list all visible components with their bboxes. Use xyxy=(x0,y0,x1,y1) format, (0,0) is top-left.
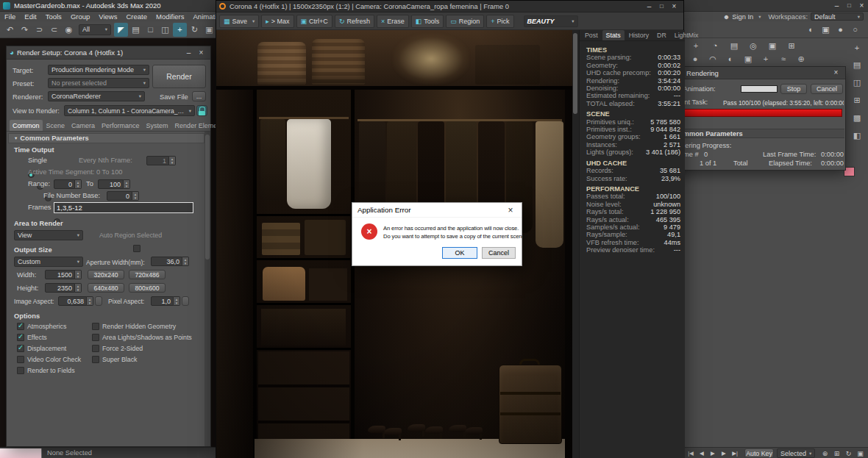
space-warps-icon[interactable]: ≈ xyxy=(776,53,791,65)
maxscript-mini-listener[interactable] xyxy=(0,448,42,458)
option-checkbox[interactable] xyxy=(92,323,99,330)
lights-icon[interactable]: ◐ xyxy=(723,53,738,65)
close-button[interactable] xyxy=(499,203,522,218)
size-preset-select[interactable]: Custom xyxy=(14,257,83,267)
render-button[interactable]: Render xyxy=(152,65,206,88)
window-crossing-icon[interactable]: ◫ xyxy=(158,23,172,37)
maximize-button[interactable] xyxy=(655,0,668,12)
selection-filter-select[interactable]: All xyxy=(79,24,111,35)
minimize-button[interactable] xyxy=(182,47,195,59)
menu-item[interactable]: Views xyxy=(94,12,121,21)
menu-item[interactable]: File xyxy=(0,12,20,21)
range-to-spinner[interactable]: 100 xyxy=(98,179,130,189)
tab[interactable]: Scene xyxy=(43,120,68,131)
target-select[interactable]: Production Rendering Mode xyxy=(48,65,149,75)
stats-tab[interactable]: LightMix xyxy=(671,30,702,40)
minimize-button[interactable] xyxy=(643,1,655,12)
option-checkbox[interactable] xyxy=(17,334,24,341)
rendered-frame-window-icon[interactable]: ▣ xyxy=(819,23,833,37)
pixel-aspect-spinner[interactable]: 1,0 xyxy=(151,296,180,306)
cameras-icon[interactable]: ▣ xyxy=(741,53,755,65)
modify-tab-icon[interactable]: ◔ xyxy=(707,40,723,51)
stats-tab[interactable]: DR xyxy=(653,30,670,40)
close-button[interactable] xyxy=(830,67,842,79)
panel-icon-5[interactable]: ▩ xyxy=(850,112,864,124)
scrollbar-thumb[interactable] xyxy=(205,135,210,260)
render-production-icon[interactable]: ● xyxy=(833,23,847,37)
geometry-icon[interactable]: ● xyxy=(688,53,702,65)
image-aspect-lock-button[interactable] xyxy=(95,296,102,306)
panel-icon-1[interactable]: + xyxy=(850,41,864,54)
play-icon[interactable]: ▶ xyxy=(708,448,718,458)
minimize-button[interactable] xyxy=(830,0,843,12)
viewport-select[interactable]: Column 1, Column 1 - CoronaCamera_ropa f… xyxy=(64,105,195,116)
stats-tab[interactable]: Stats xyxy=(602,30,625,40)
common-parameters-rollout[interactable]: Common Parameters xyxy=(663,129,844,138)
select-and-move-icon[interactable]: + xyxy=(173,23,187,37)
menu-item[interactable]: Edit xyxy=(20,12,40,21)
stats-tab[interactable]: History xyxy=(625,30,652,40)
select-and-link-icon[interactable]: ⊃ xyxy=(32,23,46,37)
hierarchy-tab-icon[interactable]: ▤ xyxy=(726,40,742,51)
stop-button[interactable]: Stop xyxy=(780,84,807,94)
go-to-start-icon[interactable]: |◀ xyxy=(686,448,696,458)
file-number-base-spinner[interactable]: 0 xyxy=(107,191,139,201)
bind-to-space-warp-icon[interactable]: ◉ xyxy=(62,23,76,37)
preset-select[interactable]: No preset selected xyxy=(48,78,149,88)
option-checkbox[interactable] xyxy=(92,345,99,352)
panel-icon-2[interactable]: ▤ xyxy=(850,59,864,71)
maximize-button[interactable] xyxy=(843,0,855,12)
close-button[interactable] xyxy=(855,0,868,12)
helpers-icon[interactable]: + xyxy=(758,53,773,65)
redo-icon[interactable]: ↷ xyxy=(18,23,32,37)
go-to-end-icon[interactable]: ▶| xyxy=(730,448,740,458)
tab[interactable]: Common xyxy=(10,120,43,131)
orbit-icon[interactable]: ↻ xyxy=(843,448,854,458)
display-tab-icon[interactable]: ▣ xyxy=(764,40,780,51)
tab[interactable]: Camera xyxy=(68,120,98,131)
motion-tab-icon[interactable]: ◎ xyxy=(745,40,761,51)
unlink-selection-icon[interactable]: ⊂ xyxy=(47,23,61,37)
workspace-select[interactable]: Default xyxy=(811,12,864,21)
previous-frame-icon[interactable]: ◀ xyxy=(697,448,707,458)
panel-icon-6[interactable]: ◧ xyxy=(850,129,864,142)
menu-item[interactable]: Group xyxy=(66,12,94,21)
res-640x480-button[interactable]: 640x480 xyxy=(88,283,124,293)
nth-frame-spinner[interactable]: 1 xyxy=(146,156,176,165)
maximize-viewport-icon[interactable]: ▣ xyxy=(855,448,866,458)
res-320x240-button[interactable]: 320x240 xyxy=(88,270,124,279)
create-tab-icon[interactable]: + xyxy=(688,40,704,51)
channel-select[interactable]: BEAUTY xyxy=(524,15,578,27)
undo-icon[interactable]: ↶ xyxy=(3,23,17,37)
option-checkbox[interactable] xyxy=(17,323,24,330)
frames-input[interactable] xyxy=(54,202,193,213)
option-checkbox[interactable] xyxy=(92,356,99,363)
res-800x600-button[interactable]: 800x600 xyxy=(129,283,166,293)
render-iterative-icon[interactable]: ○ xyxy=(848,23,862,37)
copy-button[interactable]: Ctrl+C xyxy=(296,15,332,28)
image-aspect-spinner[interactable]: 0,638 xyxy=(58,296,93,306)
refresh-button[interactable]: Refresh xyxy=(335,15,374,28)
render-setup-icon[interactable]: ◐ xyxy=(804,23,818,37)
res-720x486-button[interactable]: 720x486 xyxy=(129,270,166,279)
next-frame-icon[interactable]: ▶ xyxy=(719,448,729,458)
cancel-button[interactable]: Cancel xyxy=(811,84,843,94)
region-button[interactable]: Region xyxy=(446,15,484,28)
pan-icon[interactable]: ⊞ xyxy=(831,448,842,458)
menu-item[interactable]: Tools xyxy=(41,12,66,21)
common-parameters-rollout[interactable]: Common Parameters xyxy=(8,133,204,143)
shapes-icon[interactable]: ◠ xyxy=(705,53,720,65)
area-mode-select[interactable]: View xyxy=(14,230,83,240)
auto-key-button[interactable]: Auto Key xyxy=(744,448,774,458)
renderer-select[interactable]: CoronaRenderer xyxy=(48,91,145,101)
lock-view-button[interactable] xyxy=(196,105,207,116)
tab[interactable]: System xyxy=(143,120,171,131)
option-checkbox[interactable] xyxy=(17,356,24,363)
width-spinner[interactable]: 1500 xyxy=(45,270,82,279)
save-button[interactable]: Save xyxy=(219,15,259,28)
select-and-scale-icon[interactable]: ▣ xyxy=(202,23,216,37)
rectangular-selection-icon[interactable]: □ xyxy=(143,23,157,37)
select-by-name-icon[interactable]: ▤ xyxy=(129,23,143,37)
file-browse-button[interactable]: ... xyxy=(192,91,206,101)
ok-button[interactable]: OK xyxy=(442,247,477,259)
